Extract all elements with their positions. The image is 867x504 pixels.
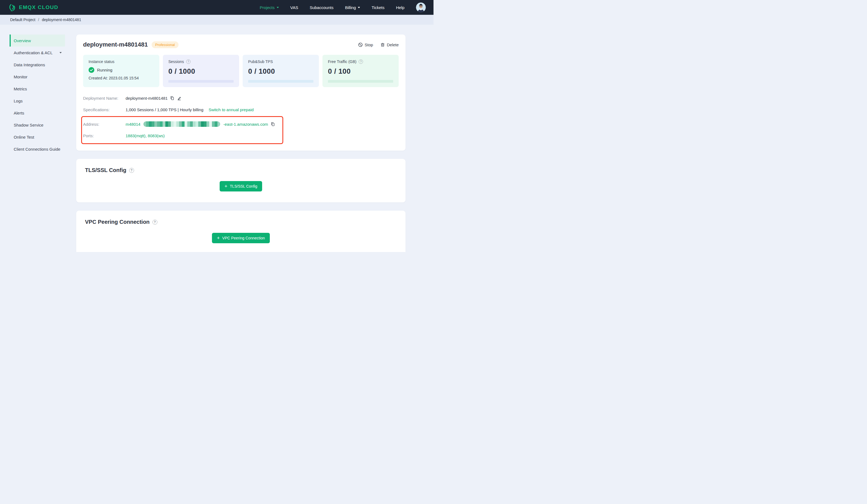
- nav-item-projects[interactable]: Projects: [260, 5, 279, 10]
- switch-annual-prepaid-link[interactable]: Switch to annual prepaid: [208, 107, 254, 112]
- created-at: Created At: 2023.01.05 15:54: [88, 76, 154, 80]
- user-avatar[interactable]: [416, 2, 426, 12]
- delete-button[interactable]: Delete: [380, 42, 399, 47]
- add-vpc-peering-connection-button[interactable]: + VPC Peering Connection: [212, 233, 270, 243]
- stat-card-sessions: Sessions 0 / 1000: [163, 55, 239, 87]
- check-circle-icon: [88, 67, 94, 73]
- nav-item-vas[interactable]: VAS: [290, 5, 298, 10]
- main-content: deployment-m4801481 Professional Stop: [65, 25, 434, 252]
- plus-icon: +: [225, 184, 227, 189]
- address-redaction: [143, 121, 220, 127]
- stat-card-pubsub-tps: Pub&Sub TPS 0 / 1000: [243, 55, 319, 87]
- stat-card-free-traffic: Free Traffic (GB) 0 / 100: [322, 55, 399, 87]
- vpc-section-title: VPC Peering Connection: [85, 219, 150, 225]
- stop-button[interactable]: Stop: [358, 42, 373, 47]
- help-icon[interactable]: [129, 168, 134, 173]
- chevron-down-icon: [358, 7, 360, 8]
- tls-ssl-card: TLS/SSL Config + TLS/SSL Config: [76, 159, 406, 202]
- breadcrumb-separator: /: [38, 18, 39, 22]
- sidebar-item-overview[interactable]: Overview: [10, 34, 65, 46]
- trash-icon: [380, 42, 385, 47]
- deployment-name-value: deployment-m4801481: [126, 96, 168, 100]
- specifications-value: 1,000 Sessions / 1,000 TPS | Hourly bill…: [126, 107, 203, 112]
- deployment-title: deployment-m4801481: [83, 41, 148, 48]
- vpc-peering-card: VPC Peering Connection + VPC Peering Con…: [76, 211, 406, 252]
- edit-icon[interactable]: [177, 96, 182, 100]
- stats-row: Instance status Running Created At: 2023…: [83, 55, 399, 87]
- ports-value: 1883(mqtt), 8083(ws): [126, 133, 165, 138]
- nav-item-subaccounts[interactable]: Subaccounts: [310, 5, 333, 10]
- stat-card-instance-status: Instance status Running Created At: 2023…: [83, 55, 159, 87]
- sessions-progress-bar: [168, 80, 234, 83]
- breadcrumb: Default Project / deployment-m4801481: [0, 15, 434, 25]
- address-prefix: m48014: [126, 122, 140, 127]
- sessions-value: 0 / 1000: [168, 67, 234, 76]
- emqx-logo-icon: [8, 3, 16, 11]
- sidebar-item-data-integrations[interactable]: Data Integrations: [10, 59, 65, 71]
- sidebar-item-logs[interactable]: Logs: [10, 95, 65, 107]
- sidebar-item-shadow-service[interactable]: Shadow Service: [10, 119, 65, 131]
- help-icon[interactable]: [358, 59, 363, 64]
- sidebar-item-authentication-acl[interactable]: Authentication & ACL: [10, 46, 65, 59]
- sidebar: Overview Authentication & ACL Data Integ…: [0, 25, 65, 252]
- sidebar-item-client-connections-guide[interactable]: Client Connections Guide: [10, 143, 65, 155]
- address-suffix: -east-1.amazonaws.com: [223, 122, 268, 127]
- nav-item-tickets[interactable]: Tickets: [372, 5, 384, 10]
- stop-icon: [358, 42, 363, 47]
- nav-item-billing[interactable]: Billing: [345, 5, 360, 10]
- add-tls-ssl-config-button[interactable]: + TLS/SSL Config: [220, 181, 262, 191]
- brand[interactable]: EMQX CLOUD: [8, 3, 58, 11]
- pubsub-progress-bar: [248, 80, 313, 83]
- sidebar-item-alerts[interactable]: Alerts: [10, 107, 65, 119]
- free-traffic-value: 0 / 100: [328, 67, 393, 76]
- breadcrumb-project[interactable]: Default Project: [10, 18, 35, 22]
- overview-card: deployment-m4801481 Professional Stop: [76, 34, 406, 151]
- sidebar-item-metrics[interactable]: Metrics: [10, 83, 65, 95]
- breadcrumb-current: deployment-m4801481: [42, 18, 81, 22]
- pubsub-tps-value: 0 / 1000: [248, 67, 313, 76]
- brand-name: EMQX CLOUD: [19, 4, 58, 10]
- address-highlight-box: Address: m48014 -east-1.amazonaws.com: [81, 116, 283, 144]
- navbar-menu: Projects VAS Subaccounts Billing Tickets…: [260, 2, 426, 12]
- plan-badge: Professional: [152, 41, 179, 48]
- sidebar-item-online-test[interactable]: Online Test: [10, 131, 65, 143]
- copy-icon[interactable]: [170, 96, 174, 100]
- status-text: Running: [97, 68, 113, 72]
- copy-icon[interactable]: [271, 122, 275, 126]
- plus-icon: +: [217, 235, 220, 241]
- chevron-down-icon: [277, 7, 279, 8]
- tls-section-title: TLS/SSL Config: [85, 167, 126, 173]
- traffic-progress-bar: [328, 80, 393, 83]
- deployment-details: Deployment Name: deployment-m4801481: [83, 94, 399, 144]
- top-navbar: EMQX CLOUD Projects VAS Subaccounts Bill…: [0, 0, 434, 15]
- chevron-down-icon: [60, 52, 62, 53]
- help-icon[interactable]: [152, 220, 157, 224]
- sidebar-item-monitor[interactable]: Monitor: [10, 71, 65, 83]
- help-icon[interactable]: [186, 59, 191, 64]
- nav-item-help[interactable]: Help: [396, 5, 405, 10]
